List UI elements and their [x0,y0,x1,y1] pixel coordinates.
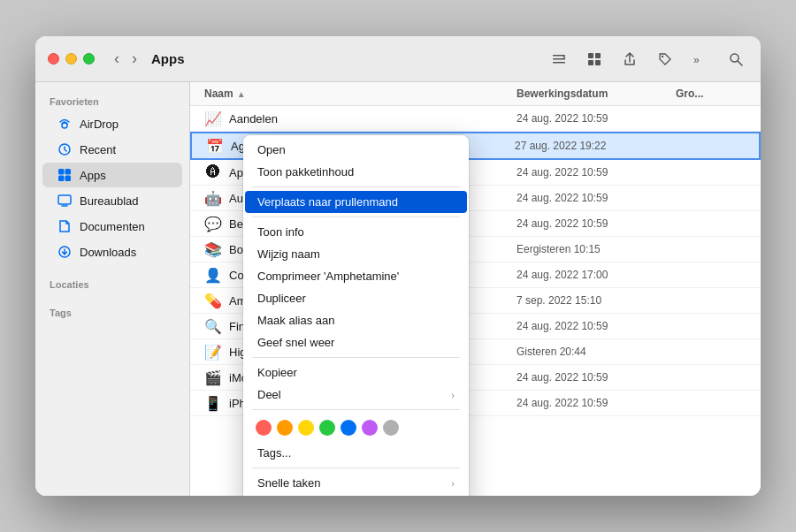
context-menu-geef-snel[interactable]: Geef snel weer [245,331,467,353]
svg-rect-15 [58,176,65,182]
maximize-button[interactable] [83,53,95,65]
svg-rect-16 [65,176,72,182]
svg-line-10 [738,61,742,65]
sidebar-item-documenten[interactable]: Documenten [42,214,182,239]
nav-buttons: ‹ › [109,48,142,70]
window-title: Apps [151,51,185,66]
context-menu-deel[interactable]: Deel › [245,384,467,406]
svg-rect-13 [58,169,65,175]
context-menu-voorzieningen[interactable]: Voorzieningen › [245,494,467,496]
svg-rect-6 [595,60,601,65]
sidebar-item-airdrop-label: AirDrop [80,118,119,131]
context-menu-maak-alias[interactable]: Maak alias aan [245,309,467,331]
context-menu-open[interactable]: Open [245,139,467,161]
toolbar-icons: » [547,47,748,72]
minimize-button[interactable] [65,53,77,65]
grid-view-icon[interactable] [582,47,607,72]
context-menu-toon-pakket[interactable]: Toon pakketinhoud [245,161,467,183]
list-view-icon[interactable] [547,47,571,72]
tag-dot-blue[interactable] [341,420,356,436]
recent-icon [57,141,73,157]
svg-rect-14 [65,169,72,175]
context-menu: Open Toon pakketinhoud Verplaats naar pr… [243,135,469,496]
sidebar-item-bureaublad[interactable]: Bureaublad [42,188,182,213]
traffic-lights [48,53,95,65]
sidebar-item-downloads[interactable]: Downloads [42,239,182,264]
tag-dot-yellow[interactable] [298,420,314,436]
svg-rect-17 [58,195,71,204]
sidebar-item-airdrop[interactable]: AirDrop [42,111,182,136]
tag-dot-green[interactable] [319,420,335,436]
context-menu-sep-1 [252,186,460,187]
sidebar-item-bureaublad-label: Bureaublad [80,194,139,208]
sidebar-item-recent[interactable]: Recent [42,137,182,162]
forward-button[interactable]: › [126,48,142,70]
context-menu-sep-4 [252,409,460,410]
svg-rect-4 [595,53,601,58]
search-icon[interactable] [723,47,748,72]
svg-point-7 [662,55,663,57]
context-menu-snelle-taken[interactable]: Snelle taken › [245,472,467,494]
svg-rect-2 [553,62,565,64]
main-area: Favorieten AirDrop [35,82,761,496]
context-menu-comprimeer[interactable]: Comprimeer 'Amphetamine' [245,265,467,287]
context-menu-sep-2 [252,217,460,217]
snelle-taken-arrow: › [451,478,455,489]
svg-text:»: » [693,54,700,66]
apps-icon [57,167,73,183]
finder-window: ‹ › Apps [35,36,761,496]
context-menu-kopieer[interactable]: Kopieer [245,361,467,384]
context-menu-tags[interactable]: Tags... [245,442,467,464]
context-menu-sep-5 [252,467,460,468]
sidebar-section-tags: Tags [35,300,189,322]
airdrop-icon [57,116,73,132]
context-menu-tag-dots [243,414,469,442]
sidebar-item-apps-label: Apps [80,169,106,182]
svg-rect-3 [588,53,593,58]
back-button[interactable]: ‹ [109,48,125,70]
sidebar-item-recent-label: Recent [80,143,116,156]
tag-icon[interactable] [653,47,677,72]
share-icon[interactable] [617,47,642,72]
sidebar-item-downloads-label: Downloads [80,246,136,259]
tag-dot-red[interactable] [256,420,272,436]
tag-dot-gray[interactable] [383,420,399,436]
sidebar-item-apps[interactable]: Apps [42,163,182,187]
context-menu-sep-3 [252,357,460,358]
sidebar-section-locaties: Locaties [35,272,189,293]
titlebar: ‹ › Apps [35,36,761,82]
svg-rect-0 [553,55,565,57]
close-button[interactable] [48,53,59,65]
context-menu-toon-info[interactable]: Toon info [245,221,467,243]
more-icon[interactable]: » [688,47,713,72]
downloads-icon [57,244,73,260]
tag-dot-purple[interactable] [362,420,378,436]
deel-arrow: › [451,390,455,400]
tag-dot-orange[interactable] [277,420,293,436]
file-area: Naam ▲ Bewerkingsdatum Gro... 📈 Aandelen… [190,82,761,496]
svg-rect-5 [588,60,593,65]
bureaublad-icon [57,193,73,209]
context-menu-verplaats-prullenmand[interactable]: Verplaats naar prullenmand [245,191,467,213]
context-menu-dupliceer[interactable]: Dupliceer [245,287,467,309]
documenten-icon [57,218,73,234]
sidebar-section-favorieten: Favorieten [35,89,189,110]
context-menu-overlay: Open Toon pakketinhoud Verplaats naar pr… [190,82,761,496]
sidebar-item-documenten-label: Documenten [80,220,145,233]
sidebar: Favorieten AirDrop [35,82,190,496]
context-menu-wijzig-naam[interactable]: Wijzig naam [245,243,467,265]
